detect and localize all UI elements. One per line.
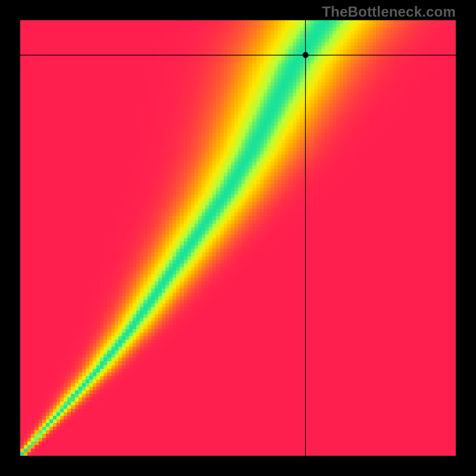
chart-frame: TheBottleneck.com — [0, 0, 476, 476]
heatmap-canvas — [20, 20, 456, 456]
watermark-label: TheBottleneck.com — [322, 4, 456, 20]
heatmap-plot — [20, 20, 456, 456]
